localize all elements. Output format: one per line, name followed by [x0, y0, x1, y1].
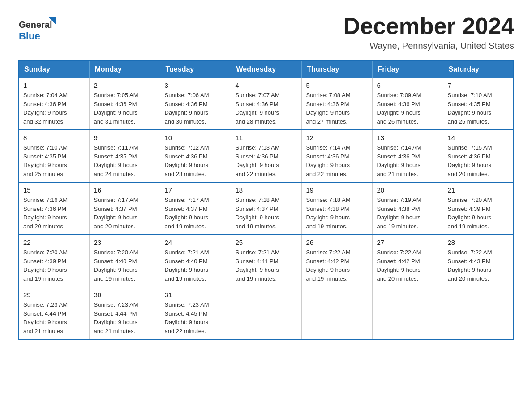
day-info: Sunrise: 7:09 AM Sunset: 4:36 PM Dayligh…	[377, 91, 438, 126]
day-info: Sunrise: 7:23 AM Sunset: 4:45 PM Dayligh…	[165, 300, 226, 335]
calendar-day-cell	[372, 287, 443, 339]
day-number: 17	[165, 186, 226, 194]
day-info: Sunrise: 7:22 AM Sunset: 4:42 PM Dayligh…	[306, 248, 368, 283]
calendar-day-header: Monday	[89, 60, 160, 78]
calendar-day-cell: 12 Sunrise: 7:14 AM Sunset: 4:36 PM Dayl…	[301, 130, 372, 182]
day-number: 19	[306, 186, 368, 194]
day-info: Sunrise: 7:11 AM Sunset: 4:35 PM Dayligh…	[94, 143, 155, 178]
calendar-day-cell: 11 Sunrise: 7:13 AM Sunset: 4:36 PM Dayl…	[231, 130, 301, 182]
calendar-week-row: 8 Sunrise: 7:10 AM Sunset: 4:35 PM Dayli…	[18, 130, 514, 182]
day-number: 8	[23, 134, 85, 141]
logo: General Blue	[18, 13, 58, 47]
day-info: Sunrise: 7:18 AM Sunset: 4:38 PM Dayligh…	[306, 196, 368, 231]
calendar-day-cell: 13 Sunrise: 7:14 AM Sunset: 4:36 PM Dayl…	[372, 130, 443, 182]
logo-image: General Blue	[18, 13, 58, 47]
day-number: 13	[377, 134, 438, 141]
day-info: Sunrise: 7:23 AM Sunset: 4:44 PM Dayligh…	[23, 300, 85, 335]
day-info: Sunrise: 7:20 AM Sunset: 4:40 PM Dayligh…	[94, 248, 155, 283]
day-number: 10	[165, 134, 226, 141]
day-number: 24	[165, 239, 226, 246]
day-number: 14	[448, 134, 509, 141]
day-info: Sunrise: 7:17 AM Sunset: 4:37 PM Dayligh…	[94, 196, 155, 231]
calendar-day-cell: 31 Sunrise: 7:23 AM Sunset: 4:45 PM Dayl…	[160, 287, 231, 339]
calendar-day-cell: 17 Sunrise: 7:17 AM Sunset: 4:37 PM Dayl…	[160, 182, 231, 235]
calendar-week-row: 29 Sunrise: 7:23 AM Sunset: 4:44 PM Dayl…	[18, 287, 514, 339]
day-number: 7	[448, 81, 509, 89]
day-info: Sunrise: 7:17 AM Sunset: 4:37 PM Dayligh…	[165, 196, 226, 231]
calendar-day-cell: 7 Sunrise: 7:10 AM Sunset: 4:35 PM Dayli…	[443, 78, 514, 130]
calendar-day-header: Thursday	[301, 60, 372, 78]
calendar-week-row: 1 Sunrise: 7:04 AM Sunset: 4:36 PM Dayli…	[18, 78, 514, 130]
calendar-day-cell	[443, 287, 514, 339]
calendar-week-row: 22 Sunrise: 7:20 AM Sunset: 4:39 PM Dayl…	[18, 235, 514, 287]
day-info: Sunrise: 7:20 AM Sunset: 4:39 PM Dayligh…	[23, 248, 85, 283]
day-number: 27	[377, 239, 438, 246]
day-number: 26	[306, 239, 368, 246]
day-info: Sunrise: 7:13 AM Sunset: 4:36 PM Dayligh…	[236, 143, 297, 178]
day-number: 15	[23, 186, 85, 194]
day-number: 22	[23, 239, 85, 246]
calendar-day-header: Tuesday	[160, 60, 231, 78]
calendar-day-cell: 18 Sunrise: 7:18 AM Sunset: 4:37 PM Dayl…	[231, 182, 301, 235]
day-number: 31	[165, 291, 226, 299]
page-header: General Blue December 2024 Wayne, Pennsy…	[18, 13, 514, 51]
calendar-day-cell: 24 Sunrise: 7:21 AM Sunset: 4:40 PM Dayl…	[160, 235, 231, 287]
page-subtitle: Wayne, Pennsylvania, United States	[343, 41, 514, 51]
calendar-day-cell: 30 Sunrise: 7:23 AM Sunset: 4:44 PM Dayl…	[89, 287, 160, 339]
title-section: December 2024 Wayne, Pennsylvania, Unite…	[343, 13, 514, 51]
day-info: Sunrise: 7:23 AM Sunset: 4:44 PM Dayligh…	[94, 300, 155, 335]
calendar-day-cell: 10 Sunrise: 7:12 AM Sunset: 4:36 PM Dayl…	[160, 130, 231, 182]
day-info: Sunrise: 7:12 AM Sunset: 4:36 PM Dayligh…	[165, 143, 226, 178]
calendar-day-cell: 16 Sunrise: 7:17 AM Sunset: 4:37 PM Dayl…	[89, 182, 160, 235]
day-number: 23	[94, 239, 155, 246]
day-info: Sunrise: 7:14 AM Sunset: 4:36 PM Dayligh…	[377, 143, 438, 178]
day-info: Sunrise: 7:18 AM Sunset: 4:37 PM Dayligh…	[236, 196, 297, 231]
calendar-day-header: Sunday	[18, 60, 89, 78]
day-number: 21	[448, 186, 509, 194]
calendar-day-cell: 26 Sunrise: 7:22 AM Sunset: 4:42 PM Dayl…	[301, 235, 372, 287]
calendar-day-cell: 29 Sunrise: 7:23 AM Sunset: 4:44 PM Dayl…	[18, 287, 89, 339]
day-info: Sunrise: 7:21 AM Sunset: 4:41 PM Dayligh…	[236, 248, 297, 283]
calendar-day-cell: 9 Sunrise: 7:11 AM Sunset: 4:35 PM Dayli…	[89, 130, 160, 182]
day-number: 20	[377, 186, 438, 194]
calendar-day-cell: 4 Sunrise: 7:07 AM Sunset: 4:36 PM Dayli…	[231, 78, 301, 130]
calendar-table: SundayMondayTuesdayWednesdayThursdayFrid…	[18, 60, 514, 340]
calendar-day-cell: 20 Sunrise: 7:19 AM Sunset: 4:38 PM Dayl…	[372, 182, 443, 235]
day-info: Sunrise: 7:22 AM Sunset: 4:42 PM Dayligh…	[377, 248, 438, 283]
calendar-day-cell: 14 Sunrise: 7:15 AM Sunset: 4:36 PM Dayl…	[443, 130, 514, 182]
day-info: Sunrise: 7:10 AM Sunset: 4:35 PM Dayligh…	[23, 143, 85, 178]
calendar-day-cell: 8 Sunrise: 7:10 AM Sunset: 4:35 PM Dayli…	[18, 130, 89, 182]
calendar-day-cell	[231, 287, 301, 339]
calendar-day-cell: 3 Sunrise: 7:06 AM Sunset: 4:36 PM Dayli…	[160, 78, 231, 130]
day-number: 2	[94, 81, 155, 89]
day-number: 9	[94, 134, 155, 141]
calendar-day-cell: 27 Sunrise: 7:22 AM Sunset: 4:42 PM Dayl…	[372, 235, 443, 287]
calendar-day-cell: 22 Sunrise: 7:20 AM Sunset: 4:39 PM Dayl…	[18, 235, 89, 287]
day-number: 29	[23, 291, 85, 299]
calendar-header-row: SundayMondayTuesdayWednesdayThursdayFrid…	[18, 60, 514, 78]
calendar-day-cell: 23 Sunrise: 7:20 AM Sunset: 4:40 PM Dayl…	[89, 235, 160, 287]
day-number: 1	[23, 81, 85, 89]
page-title: December 2024	[343, 13, 514, 39]
day-info: Sunrise: 7:22 AM Sunset: 4:43 PM Dayligh…	[448, 248, 509, 283]
day-number: 18	[236, 186, 297, 194]
calendar-week-row: 15 Sunrise: 7:16 AM Sunset: 4:36 PM Dayl…	[18, 182, 514, 235]
day-info: Sunrise: 7:15 AM Sunset: 4:36 PM Dayligh…	[448, 143, 509, 178]
day-info: Sunrise: 7:14 AM Sunset: 4:36 PM Dayligh…	[306, 143, 368, 178]
day-number: 4	[236, 81, 297, 89]
calendar-day-cell: 19 Sunrise: 7:18 AM Sunset: 4:38 PM Dayl…	[301, 182, 372, 235]
day-info: Sunrise: 7:21 AM Sunset: 4:40 PM Dayligh…	[165, 248, 226, 283]
day-number: 5	[306, 81, 368, 89]
calendar-day-cell: 5 Sunrise: 7:08 AM Sunset: 4:36 PM Dayli…	[301, 78, 372, 130]
calendar-day-cell	[301, 287, 372, 339]
day-info: Sunrise: 7:07 AM Sunset: 4:36 PM Dayligh…	[236, 91, 297, 126]
day-number: 11	[236, 134, 297, 141]
calendar-day-cell: 2 Sunrise: 7:05 AM Sunset: 4:36 PM Dayli…	[89, 78, 160, 130]
day-number: 25	[236, 239, 297, 246]
day-info: Sunrise: 7:19 AM Sunset: 4:38 PM Dayligh…	[377, 196, 438, 231]
calendar-day-cell: 15 Sunrise: 7:16 AM Sunset: 4:36 PM Dayl…	[18, 182, 89, 235]
calendar-day-cell: 21 Sunrise: 7:20 AM Sunset: 4:39 PM Dayl…	[443, 182, 514, 235]
day-number: 16	[94, 186, 155, 194]
calendar-day-cell: 6 Sunrise: 7:09 AM Sunset: 4:36 PM Dayli…	[372, 78, 443, 130]
day-number: 28	[448, 239, 509, 246]
